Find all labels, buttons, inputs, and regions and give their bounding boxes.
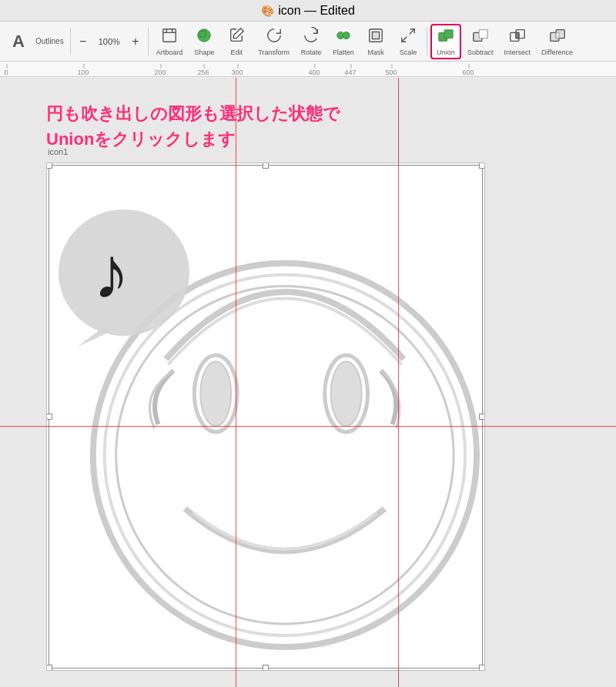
edit-icon <box>228 27 245 47</box>
svg-rect-0 <box>163 28 176 42</box>
title-bar: 🎨 icon — Edited <box>0 0 616 22</box>
svg-point-26 <box>200 361 231 426</box>
scale-label: Scale <box>400 49 417 56</box>
ruler-tick-400: 400 <box>308 69 320 76</box>
zoom-plus-button[interactable]: + <box>126 24 145 59</box>
flatten-button[interactable]: Flatten <box>328 24 359 59</box>
title-icon: 🎨 <box>261 5 274 17</box>
title-text: icon — Edited <box>278 4 355 18</box>
plus-icon: + <box>132 35 139 48</box>
svg-point-28 <box>331 361 362 426</box>
edit-button[interactable]: Edit <box>221 24 252 59</box>
ruler: 0 100 200 256 300 400 447 500 600 <box>0 62 616 77</box>
mask-label: Mask <box>367 49 384 56</box>
canvas-area[interactable]: 円も吹き出しの図形も選択した状態で Unionをクリックします icon1 <box>0 78 616 687</box>
svg-rect-21 <box>556 32 559 38</box>
zoom-level-button[interactable]: 100% <box>94 24 125 59</box>
intersect-button[interactable]: Intersect <box>500 24 536 59</box>
ruler-tick-300: 300 <box>231 69 243 76</box>
canvas-label: icon1 <box>48 147 68 156</box>
shape-label: Shape <box>194 49 214 56</box>
ruler-tick-0: 0 <box>4 69 8 76</box>
ruler-tick-256: 256 <box>197 69 209 76</box>
rotate-icon <box>303 27 320 47</box>
subtract-button[interactable]: Subtract <box>463 24 498 59</box>
shape-button[interactable]: Shape <box>189 24 219 59</box>
text-tool-button[interactable]: A <box>3 24 34 59</box>
annotation: 円も吹き出しの図形も選択した状態で Unionをクリックします <box>46 101 616 152</box>
flatten-label: Flatten <box>333 49 354 56</box>
artboard-icon <box>161 27 178 47</box>
mask-button[interactable]: Mask <box>360 24 391 59</box>
separator-3 <box>427 28 427 55</box>
ruler-tick-500: 500 <box>385 69 397 76</box>
svg-rect-9 <box>372 32 379 39</box>
svg-text:♪: ♪ <box>93 233 130 314</box>
flatten-icon <box>335 27 352 47</box>
artboard-label: Artboard <box>156 49 183 56</box>
text-icon: A <box>12 33 25 50</box>
ruler-tick-600: 600 <box>462 69 474 76</box>
artboard-button[interactable]: Artboard <box>152 24 188 59</box>
difference-label: Difference <box>541 49 573 56</box>
intersect-label: Intersect <box>504 49 531 56</box>
difference-button[interactable]: Difference <box>537 24 578 59</box>
separator-2 <box>148 28 149 55</box>
transform-label: Transform <box>258 49 290 56</box>
separator-1 <box>70 28 71 55</box>
transform-button[interactable]: Transform <box>253 24 294 59</box>
minus-icon: − <box>79 35 86 48</box>
union-button[interactable]: Union <box>430 24 461 59</box>
rotate-button[interactable]: Rotate <box>296 24 326 59</box>
shape-icon <box>196 27 213 47</box>
scale-icon <box>400 27 417 47</box>
svg-point-7 <box>343 32 350 39</box>
svg-rect-13 <box>444 29 453 38</box>
annotation-line2: Unionをクリックします <box>46 126 616 152</box>
artboard[interactable]: ♪ <box>46 163 485 671</box>
outlines-label: Outlines <box>35 37 64 45</box>
zoom-level-text: 100% <box>99 37 120 46</box>
mask-icon <box>367 27 384 47</box>
difference-icon <box>549 27 566 47</box>
union-icon <box>437 27 454 47</box>
edit-label: Edit <box>231 49 243 56</box>
ruler-tick-200: 200 <box>154 69 166 76</box>
ruler-tick-447: 447 <box>344 69 356 76</box>
ruler-tick-100: 100 <box>77 69 89 76</box>
annotation-line1: 円も吹き出しの図形も選択した状態で <box>46 101 616 126</box>
svg-rect-18 <box>516 32 519 38</box>
svg-line-10 <box>410 28 414 33</box>
intersect-icon <box>509 27 526 47</box>
transform-icon <box>266 27 283 47</box>
subtract-label: Subtract <box>467 49 494 56</box>
toolbar: A Outlines − 100% + Artboard <box>0 22 616 62</box>
zoom-minus-button[interactable]: − <box>74 24 92 59</box>
svg-rect-15 <box>479 29 487 38</box>
svg-line-11 <box>402 36 407 41</box>
subtract-icon <box>472 27 489 47</box>
rotate-label: Rotate <box>301 49 322 56</box>
speech-bubble: ♪ <box>55 209 193 344</box>
union-label: Union <box>437 49 455 56</box>
scale-button[interactable]: Scale <box>393 24 424 59</box>
